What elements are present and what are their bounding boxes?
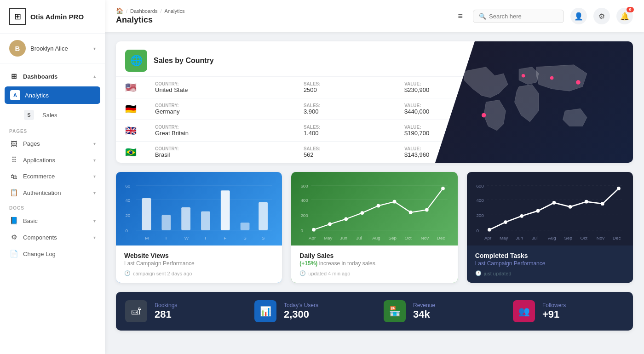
stat-icon: 🏪 bbox=[384, 300, 406, 322]
svg-text:Sep: Sep bbox=[564, 235, 572, 240]
menu-icon[interactable]: ≡ bbox=[455, 9, 466, 24]
sales-by-country-card: 🌐 Sales by Country 🇺🇸 Country: United St… bbox=[116, 41, 633, 163]
sidebar-nav: ⊞ Dashboards ▴ A Analytics S Sales PAGES… bbox=[0, 63, 105, 354]
sidebar-item-pages[interactable]: 🖼 Pages ▾ bbox=[0, 136, 105, 152]
sidebar-label-analytics: Analytics bbox=[25, 92, 95, 99]
svg-text:F: F bbox=[224, 235, 226, 240]
sidebar-item-dashboards[interactable]: ⊞ Dashboards ▴ bbox=[0, 68, 105, 85]
completed-tasks-title: Completed Tasks bbox=[475, 252, 625, 259]
basic-icon: 📘 bbox=[9, 217, 18, 225]
country-flag: 🇺🇸 bbox=[116, 77, 146, 98]
app-logo: ⊞ Otis Admin PRO bbox=[0, 0, 105, 34]
sidebar-label-sales: Sales bbox=[42, 112, 96, 119]
svg-text:20: 20 bbox=[125, 213, 130, 218]
clock-icon: 🕐 bbox=[475, 270, 482, 276]
bell-icon: 🔔 bbox=[620, 12, 629, 21]
svg-text:40: 40 bbox=[125, 198, 130, 203]
completed-tasks-chart: 600 400 200 0 bbox=[467, 172, 633, 246]
svg-point-60 bbox=[552, 201, 556, 205]
svg-text:Sep: Sep bbox=[389, 235, 397, 240]
svg-point-30 bbox=[312, 228, 316, 232]
svg-text:Jul: Jul bbox=[356, 235, 362, 240]
changelog-icon: 📄 bbox=[9, 250, 18, 258]
sidebar-item-ecommerce[interactable]: 🛍 Ecommerce ▾ bbox=[0, 168, 105, 184]
svg-text:200: 200 bbox=[476, 213, 484, 218]
svg-point-36 bbox=[409, 211, 413, 214]
daily-sales-title: Daily Sales bbox=[299, 252, 449, 259]
svg-text:600: 600 bbox=[476, 183, 484, 188]
map-dot-russia bbox=[550, 76, 554, 80]
sidebar-label-dashboards: Dashboards bbox=[23, 73, 89, 80]
svg-text:Apr: Apr bbox=[484, 235, 492, 240]
sidebar-item-analytics[interactable]: A Analytics bbox=[5, 86, 100, 104]
stat-card: 📊 Today's Users 2,300 bbox=[245, 292, 374, 331]
daily-sales-footer: 🕐 updated 4 min ago bbox=[299, 270, 449, 276]
sidebar-label-basic: Basic bbox=[23, 217, 89, 224]
notifications-button[interactable]: 🔔 9 bbox=[616, 8, 633, 24]
chevron-right-icon: ▾ bbox=[93, 235, 96, 240]
stat-label: Bookings bbox=[155, 302, 177, 308]
search-input[interactable] bbox=[489, 13, 558, 20]
charts-row: 60 40 20 0 bbox=[116, 172, 633, 283]
country-flag: 🇩🇪 bbox=[116, 98, 146, 120]
sidebar-item-basic[interactable]: 📘 Basic ▾ bbox=[0, 212, 105, 229]
stat-value: +91 bbox=[542, 308, 566, 320]
profile-button[interactable]: 👤 bbox=[570, 8, 587, 24]
svg-rect-12 bbox=[221, 190, 230, 230]
notification-badge: 9 bbox=[627, 7, 634, 12]
svg-text:Oct: Oct bbox=[580, 235, 587, 240]
svg-text:200: 200 bbox=[301, 213, 309, 218]
sidebar-item-sales[interactable]: S Sales bbox=[0, 106, 105, 124]
clock-icon: 🕐 bbox=[299, 270, 306, 276]
svg-text:400: 400 bbox=[301, 198, 309, 203]
daily-sales-subtitle: (+15%) increase in today sales. bbox=[299, 260, 449, 267]
svg-rect-14 bbox=[259, 202, 268, 230]
svg-point-35 bbox=[393, 200, 397, 204]
svg-rect-9 bbox=[161, 215, 171, 230]
country-flag: 🇧🇷 bbox=[116, 142, 146, 163]
map-dot-brazil bbox=[482, 113, 486, 118]
breadcrumb-dashboards: Dashboards bbox=[130, 8, 157, 14]
svg-rect-13 bbox=[241, 223, 250, 230]
search-box[interactable]: 🔍 bbox=[473, 10, 564, 23]
stat-label: Followers bbox=[542, 302, 566, 308]
header: 🏠 / Dashboards / Analytics Analytics ≡ 🔍… bbox=[105, 0, 644, 32]
applications-icon: ⠿ bbox=[9, 156, 18, 164]
website-views-subtitle: Last Campaign Performance bbox=[124, 260, 274, 267]
sales-letter-icon: S bbox=[24, 110, 34, 120]
stat-icon: 📊 bbox=[254, 300, 276, 322]
sidebar-item-authentication[interactable]: 📋 Authentication ▾ bbox=[0, 184, 105, 201]
svg-text:Apr: Apr bbox=[309, 235, 316, 240]
svg-text:Dec: Dec bbox=[437, 235, 445, 240]
breadcrumb-section: 🏠 / Dashboards / Analytics Analytics bbox=[116, 7, 448, 25]
chevron-right-icon: ▾ bbox=[93, 141, 96, 146]
settings-button[interactable]: ⚙ bbox=[593, 8, 610, 24]
svg-point-38 bbox=[441, 187, 445, 190]
svg-text:Jul: Jul bbox=[532, 235, 538, 240]
chevron-right-icon: ▾ bbox=[93, 158, 96, 163]
analytics-letter-icon: A bbox=[10, 90, 20, 100]
sidebar-item-components[interactable]: ⚙ Components ▾ bbox=[0, 229, 105, 246]
search-icon: 🔍 bbox=[479, 13, 486, 20]
sidebar-item-changelog[interactable]: 📄 Change Log bbox=[0, 246, 105, 262]
sidebar-item-applications[interactable]: ⠿ Applications ▾ bbox=[0, 152, 105, 168]
daily-sales-info: Daily Sales (+15%) increase in today sal… bbox=[291, 246, 457, 283]
svg-text:May: May bbox=[500, 235, 508, 240]
completed-tasks-footer: 🕐 just updated bbox=[475, 270, 625, 276]
svg-point-58 bbox=[520, 214, 523, 218]
completed-tasks-info: Completed Tasks Last Campaign Performanc… bbox=[467, 246, 633, 283]
sidebar: ⊞ Otis Admin PRO B Brooklyn Alice ▾ ⊞ Da… bbox=[0, 0, 105, 354]
svg-text:Dec: Dec bbox=[612, 235, 621, 240]
ecommerce-icon: 🛍 bbox=[9, 172, 18, 180]
svg-point-57 bbox=[504, 220, 507, 224]
website-views-card: 60 40 20 0 bbox=[116, 172, 282, 283]
user-profile[interactable]: B Brooklyn Alice ▾ bbox=[0, 34, 105, 63]
daily-sales-svg: 600 400 200 0 bbox=[299, 179, 450, 246]
svg-text:M: M bbox=[145, 235, 149, 240]
svg-text:Aug: Aug bbox=[373, 235, 381, 240]
content-area: 🌐 Sales by Country 🇺🇸 Country: United St… bbox=[105, 32, 644, 354]
breadcrumb-analytics: Analytics bbox=[164, 8, 184, 14]
website-views-chart: 60 40 20 0 bbox=[116, 172, 282, 246]
svg-text:May: May bbox=[324, 235, 333, 240]
chevron-right-icon: ▾ bbox=[93, 190, 96, 195]
